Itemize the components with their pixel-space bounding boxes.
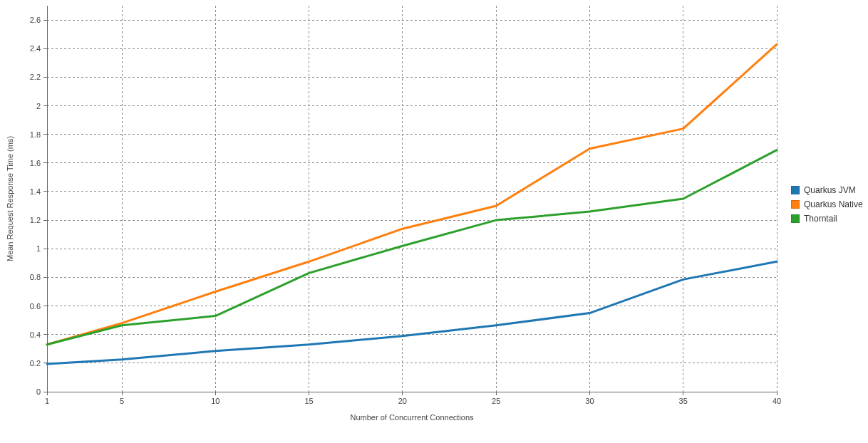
y-tick-label: 1.2 bbox=[30, 216, 41, 224]
legend-item-quarkus-jvm: Quarkus JVM bbox=[791, 183, 863, 197]
x-tick-label: 20 bbox=[398, 397, 407, 405]
x-tick-label: 30 bbox=[585, 397, 594, 405]
y-tick-label: 2.6 bbox=[30, 16, 41, 24]
y-tick-label: 0.8 bbox=[30, 273, 41, 281]
legend-swatch-quarkus-native bbox=[791, 200, 800, 209]
y-tick-label: 2 bbox=[36, 102, 41, 110]
legend: Quarkus JVM Quarkus Native Thorntail bbox=[791, 183, 863, 226]
x-tick-label: 5 bbox=[120, 397, 124, 405]
y-tick-label: 1 bbox=[36, 244, 41, 253]
legend-item-thorntail: Thorntail bbox=[791, 212, 863, 226]
x-axis-label: Number of Concurrent Connections bbox=[350, 413, 474, 422]
x-tick-label: 40 bbox=[773, 397, 781, 405]
y-tick-label: 2.4 bbox=[30, 44, 41, 53]
legend-label-quarkus-jvm: Quarkus JVM bbox=[804, 185, 856, 195]
y-tick-label: 1.6 bbox=[30, 159, 41, 167]
y-tick-label: 1.8 bbox=[30, 130, 41, 139]
legend-swatch-quarkus-jvm bbox=[791, 186, 800, 194]
legend-label-thorntail: Thorntail bbox=[804, 214, 837, 224]
y-tick-label: 1.4 bbox=[30, 187, 41, 196]
x-tick-label: 35 bbox=[679, 397, 688, 405]
x-tick-label: 15 bbox=[304, 397, 313, 405]
series-line-quarkus-native bbox=[47, 44, 777, 345]
y-tick-label: 0 bbox=[36, 387, 41, 396]
series-line-quarkus-jvm bbox=[47, 261, 777, 364]
legend-item-quarkus-native: Quarkus Native bbox=[791, 197, 863, 212]
chart-container: 151015202530354000.20.40.60.811.21.41.61… bbox=[0, 0, 868, 443]
line-chart-svg: 151015202530354000.20.40.60.811.21.41.61… bbox=[0, 0, 868, 443]
x-tick-label: 1 bbox=[45, 397, 49, 405]
y-tick-label: 2.2 bbox=[30, 73, 41, 81]
y-tick-label: 0.6 bbox=[30, 302, 41, 311]
series-line-thorntail bbox=[47, 150, 777, 345]
y-axis-label: Mean Request Response Time (ms) bbox=[6, 136, 14, 261]
legend-swatch-thorntail bbox=[791, 214, 800, 223]
x-tick-label: 25 bbox=[492, 397, 500, 405]
y-tick-label: 0.2 bbox=[30, 359, 41, 368]
x-tick-label: 10 bbox=[211, 397, 219, 405]
y-tick-label: 0.4 bbox=[30, 330, 41, 339]
legend-label-quarkus-native: Quarkus Native bbox=[804, 199, 863, 209]
